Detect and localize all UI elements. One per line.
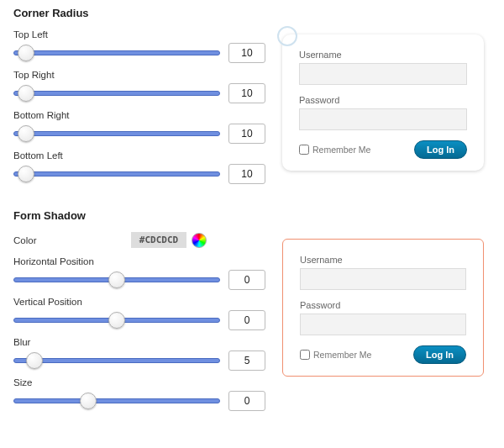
bottom-right-slider[interactable] bbox=[13, 125, 220, 142]
form-shadow-section: Form Shadow Color #CDCDCD Horizontal Pos… bbox=[13, 209, 491, 418]
preview1-remember-label: Remember Me bbox=[312, 145, 370, 155]
bottom-right-value[interactable]: 10 bbox=[228, 124, 265, 144]
blur-slider-thumb[interactable] bbox=[26, 352, 43, 369]
top-left-slider-thumb[interactable] bbox=[18, 45, 34, 61]
hpos-value[interactable]: 0 bbox=[228, 270, 265, 290]
top-right-slider-thumb[interactable] bbox=[18, 85, 34, 102]
hpos-slider-thumb[interactable] bbox=[108, 271, 125, 288]
preview2-password-input[interactable] bbox=[300, 314, 466, 335]
form-shadow-preview-form: Username Password Remember Me Log In bbox=[282, 239, 484, 377]
hpos-label: Horizontal Position bbox=[13, 256, 265, 266]
preview2-login-button[interactable]: Log In bbox=[413, 345, 466, 364]
bottom-right-label: Bottom Right bbox=[13, 110, 265, 120]
hpos-slider[interactable] bbox=[13, 271, 220, 288]
corner-radius-preview-form: Username Password Remember Me Log In bbox=[282, 34, 484, 171]
blur-slider[interactable] bbox=[13, 352, 220, 369]
top-left-slider[interactable] bbox=[13, 45, 220, 61]
preview1-remember-checkbox[interactable] bbox=[299, 145, 309, 155]
size-value[interactable]: 0 bbox=[228, 391, 265, 411]
corner-radius-section: Corner Radius Top Left 10 Top Right bbox=[13, 7, 491, 191]
shadow-color-value[interactable]: #CDCDCD bbox=[131, 232, 186, 248]
bottom-left-label: Bottom Left bbox=[13, 150, 265, 161]
preview2-username-label: Username bbox=[300, 255, 466, 265]
top-left-value[interactable]: 10 bbox=[228, 43, 265, 63]
top-left-label: Top Left bbox=[13, 29, 265, 40]
vpos-slider[interactable] bbox=[13, 312, 220, 329]
top-right-label: Top Right bbox=[13, 70, 265, 80]
preview1-username-input[interactable] bbox=[299, 63, 467, 85]
bottom-left-slider[interactable] bbox=[13, 166, 220, 182]
preview2-remember-wrapper[interactable]: Remember Me bbox=[300, 350, 371, 360]
preview2-username-input[interactable] bbox=[300, 268, 466, 290]
color-picker-icon[interactable] bbox=[192, 233, 207, 248]
blur-label: Blur bbox=[13, 337, 265, 347]
bottom-right-slider-thumb[interactable] bbox=[18, 125, 34, 142]
top-right-value[interactable]: 10 bbox=[228, 83, 265, 103]
preview1-login-button[interactable]: Log In bbox=[414, 140, 467, 159]
vpos-label: Vertical Position bbox=[13, 297, 265, 307]
vpos-slider-thumb[interactable] bbox=[108, 312, 125, 329]
size-slider-thumb[interactable] bbox=[80, 393, 97, 409]
bottom-left-value[interactable]: 10 bbox=[228, 164, 265, 184]
bottom-left-slider-thumb[interactable] bbox=[18, 166, 34, 182]
form-shadow-heading: Form Shadow bbox=[13, 209, 491, 222]
shadow-color-label: Color bbox=[13, 235, 131, 245]
corner-radius-heading: Corner Radius bbox=[13, 7, 491, 19]
preview1-password-input[interactable] bbox=[299, 108, 467, 130]
top-right-slider[interactable] bbox=[13, 85, 220, 102]
vpos-value[interactable]: 0 bbox=[228, 310, 265, 330]
blur-value[interactable]: 5 bbox=[228, 350, 265, 371]
size-slider[interactable] bbox=[13, 393, 220, 409]
preview2-remember-label: Remember Me bbox=[313, 350, 371, 360]
preview1-password-label: Password bbox=[299, 95, 467, 105]
preview1-username-label: Username bbox=[299, 50, 467, 60]
preview2-remember-checkbox[interactable] bbox=[300, 350, 310, 360]
size-label: Size bbox=[13, 377, 265, 387]
preview2-password-label: Password bbox=[300, 300, 466, 310]
preview1-remember-wrapper[interactable]: Remember Me bbox=[299, 145, 370, 155]
